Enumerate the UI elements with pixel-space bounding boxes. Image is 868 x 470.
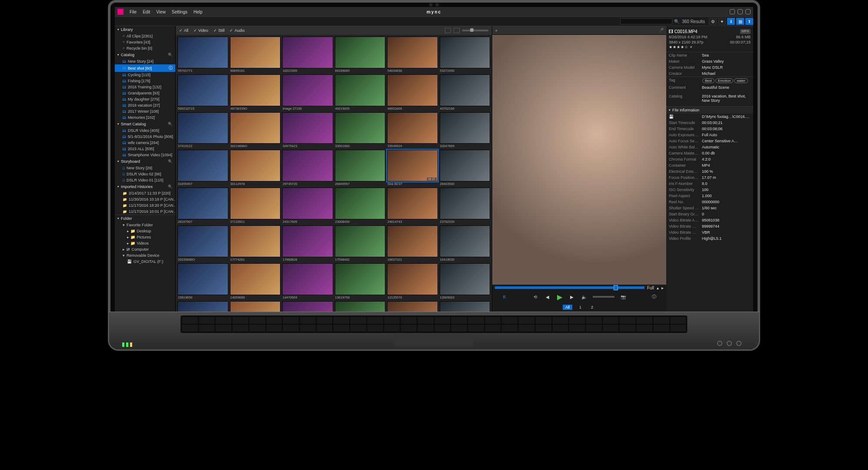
- meta-value[interactable]: Michael: [702, 71, 751, 76]
- thumbnail[interactable]: [387, 263, 438, 295]
- thumbnail[interactable]: [440, 301, 491, 312]
- playhead-slider[interactable]: [495, 286, 644, 289]
- close-button[interactable]: [745, 9, 751, 14]
- page-1[interactable]: 1: [577, 305, 584, 310]
- sidebar-item[interactable]: 🕮New Story [24]: [115, 58, 175, 64]
- sidebar-item[interactable]: 📁11/17/2016 10:01 P [CAN…: [115, 208, 175, 215]
- thumbnail[interactable]: [387, 301, 438, 312]
- tag-pill[interactable]: Emotion: [715, 78, 733, 83]
- sidebar-item[interactable]: 🕮My daughter [279]: [115, 96, 175, 102]
- layout-button[interactable]: ▦: [736, 18, 744, 25]
- sidebar-item-videos[interactable]: ▸ 📁 Videos: [115, 240, 175, 246]
- thumbnail[interactable]: [440, 150, 491, 181]
- sidebar-item[interactable]: 🕮2017 Winter [108]: [115, 108, 175, 114]
- search-icon[interactable]: 🔍: [168, 53, 173, 57]
- chevron-left-icon[interactable]: ◂: [495, 28, 497, 33]
- sidebar-section-folder[interactable]: ▾Folder: [115, 215, 175, 222]
- thumbnail[interactable]: [440, 37, 491, 68]
- sidebar-section-imported[interactable]: ▾Imported Histories🔍: [115, 183, 175, 190]
- expand-icon[interactable]: ▸: [661, 285, 664, 290]
- chevron-up-icon[interactable]: ▴: [657, 285, 659, 290]
- thumbnail[interactable]: [282, 37, 333, 68]
- thumbnail[interactable]: [282, 225, 333, 257]
- thumbnail[interactable]: [282, 263, 333, 295]
- thumbnail[interactable]: [440, 263, 491, 295]
- thumbnail-size-slider[interactable]: [462, 30, 488, 31]
- sidebar-item-desktop[interactable]: ▸ 📁 Desktop: [115, 228, 175, 234]
- thumbnail[interactable]: [177, 112, 228, 144]
- view-list-icon[interactable]: [454, 28, 460, 33]
- view-grid-icon[interactable]: [445, 28, 451, 33]
- maximize-button[interactable]: [738, 9, 743, 14]
- sidebar-item[interactable]: ⌗Recycle bin [0]: [115, 45, 175, 51]
- filter-audio[interactable]: Audio: [230, 28, 244, 33]
- menu-file[interactable]: File: [130, 10, 137, 14]
- sidebar-item[interactable]: 🕮DSLR Video [405]: [115, 128, 175, 134]
- mute-button[interactable]: 🔈: [581, 293, 588, 300]
- sidebar-item[interactable]: 🕮5/1-8/31/2016 Photo [806]: [115, 134, 175, 140]
- snapshot-button[interactable]: 📷: [620, 293, 627, 300]
- play-button[interactable]: ▶: [556, 293, 563, 300]
- sidebar-item[interactable]: 🕮2016 Training [132]: [115, 84, 175, 90]
- thumbnail[interactable]: [177, 37, 228, 68]
- sidebar-item[interactable]: 📁11/30/2016 10:18 P [CAN…: [115, 196, 175, 202]
- meta-value[interactable]: Grass Valley: [702, 59, 751, 64]
- thumbnail[interactable]: 00:07: [387, 150, 438, 181]
- sidebar-item[interactable]: ⌸DSLR Video 01 [115]: [115, 177, 175, 183]
- thumbnail[interactable]: [387, 112, 438, 144]
- thumbnail[interactable]: [335, 188, 386, 219]
- thumbnail[interactable]: [230, 112, 281, 144]
- thumbnail[interactable]: [230, 37, 281, 68]
- thumbnail[interactable]: [440, 225, 491, 257]
- preview-viewport[interactable]: [492, 35, 666, 285]
- thumbnail[interactable]: [387, 74, 438, 106]
- sidebar-item[interactable]: 🕮Smartphone Video [1094]: [115, 152, 175, 158]
- comment-value[interactable]: Beautiful Scene: [702, 85, 751, 90]
- import-button[interactable]: ⬇: [727, 18, 735, 25]
- thumbnail[interactable]: [177, 301, 228, 312]
- info-icon[interactable]: ⓘ: [651, 293, 658, 300]
- thumbnail[interactable]: [282, 301, 333, 312]
- sidebar-item-removable[interactable]: ▾ Removable Device: [115, 252, 175, 258]
- search-icon[interactable]: 🔍: [168, 185, 173, 189]
- loop-button[interactable]: ⟲: [532, 293, 539, 300]
- sidebar-item[interactable]: ⌸DSLR Video 02 [86]: [115, 171, 175, 177]
- sidebar-item-pictures[interactable]: ▸ 📁 Pictures: [115, 234, 175, 240]
- filter-all[interactable]: All: [179, 28, 188, 33]
- page-all[interactable]: All: [563, 305, 572, 310]
- thumbnail[interactable]: [335, 301, 386, 312]
- rating-stars[interactable]: ★★★★☆ ×: [669, 45, 751, 49]
- tag-pill[interactable]: Best: [702, 78, 714, 83]
- export-button[interactable]: ⬆: [745, 18, 753, 25]
- sidebar-section-smart-catalog[interactable]: ▾Smart Catalog🔍: [115, 121, 175, 128]
- sidebar-item[interactable]: 🕮2016 vacation [37]: [115, 102, 175, 108]
- step-forward-button[interactable]: ▶: [568, 293, 575, 300]
- thumbnail[interactable]: [335, 37, 386, 68]
- volume-slider[interactable]: [593, 296, 614, 298]
- thumbnail[interactable]: [282, 150, 333, 181]
- thumbnail[interactable]: [230, 263, 281, 295]
- thumbnail[interactable]: [387, 225, 438, 257]
- mark-in-button[interactable]: ⎘: [501, 293, 508, 300]
- thumbnail[interactable]: [177, 225, 228, 257]
- thumbnail[interactable]: [230, 150, 281, 181]
- gear-icon[interactable]: ⚙: [709, 18, 717, 25]
- sidebar-item[interactable]: 🕮2015 ALL [835]: [115, 146, 175, 152]
- sidebar-section-library[interactable]: ▾Library: [115, 26, 175, 33]
- thumbnail[interactable]: [440, 74, 491, 106]
- thumbnail[interactable]: [440, 112, 491, 144]
- tag-pill[interactable]: water: [734, 78, 748, 83]
- thumbnail[interactable]: [387, 188, 438, 219]
- settings-icon[interactable]: ✦: [718, 18, 726, 25]
- menu-help[interactable]: Help: [194, 10, 203, 14]
- sidebar-item-favorite-folder[interactable]: ▾Favorite Folder: [115, 222, 175, 228]
- thumbnail[interactable]: [177, 263, 228, 295]
- menu-view[interactable]: View: [156, 10, 166, 14]
- thumbnail[interactable]: [335, 112, 386, 144]
- sidebar-item[interactable]: 🕮Best shot [60]ⓘ: [115, 64, 175, 72]
- sidebar-item[interactable]: ⌸New Story [29]: [115, 165, 175, 171]
- thumbnail[interactable]: [440, 188, 491, 219]
- thumbnail[interactable]: [177, 188, 228, 219]
- meta-value[interactable]: Mync DSLR: [702, 65, 751, 70]
- sidebar-item[interactable]: 📁11/17/2016 18:20 P [CAN…: [115, 202, 175, 208]
